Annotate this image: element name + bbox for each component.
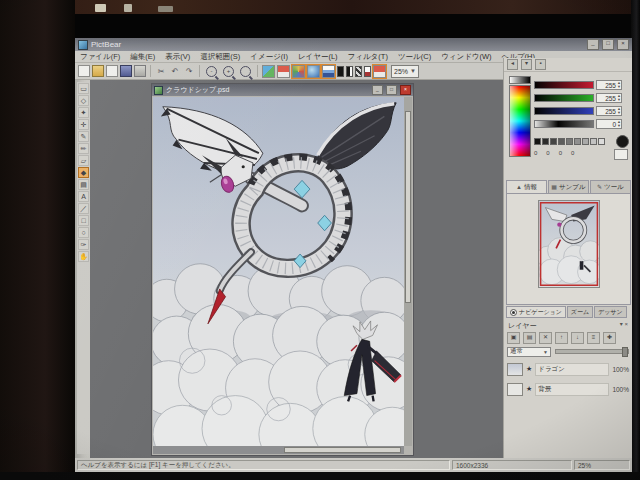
black-slider[interactable]: [534, 120, 594, 128]
magic-wand-tool[interactable]: ✦: [78, 107, 89, 118]
layer-properties-icon[interactable]: ✚: [603, 332, 616, 344]
dock-menu-icon[interactable]: ▾: [521, 59, 532, 70]
zoom-level-select[interactable]: 25% ▼: [391, 65, 419, 78]
spinner-arrows-icon[interactable]: ▲▼: [617, 94, 621, 102]
layer-row-background[interactable]: ★ 背景 100%: [507, 380, 629, 398]
blue-value-spinner[interactable]: 255 ▲▼: [596, 106, 622, 116]
menu-image[interactable]: イメージ(I): [245, 52, 293, 62]
dock-collapse-icon[interactable]: ◂: [507, 59, 518, 70]
doc-restore-button[interactable]: □: [386, 85, 397, 95]
zoom-out-icon[interactable]: -: [206, 66, 217, 77]
scroll-thumb[interactable]: [284, 447, 402, 453]
maximize-button[interactable]: □: [602, 39, 614, 50]
menu-file[interactable]: ファイル(F): [75, 52, 125, 62]
spinner-arrows-icon[interactable]: ▲▼: [617, 81, 621, 89]
pattern-swatch-icon[interactable]: [346, 66, 353, 77]
spinner-arrows-icon[interactable]: ▲▼: [617, 120, 621, 128]
lasso-tool[interactable]: ◇: [78, 95, 89, 106]
color-panel-toggle-icon[interactable]: [277, 65, 290, 78]
pattern-swatch-icon[interactable]: [364, 66, 371, 77]
menu-layer[interactable]: レイヤー(L): [293, 52, 343, 62]
cut-icon[interactable]: ✂: [155, 65, 167, 77]
merge-layer-icon[interactable]: ≡: [587, 332, 600, 344]
menu-edit[interactable]: 編集(E): [125, 52, 160, 62]
black-value-spinner[interactable]: 0 ▲▼: [596, 119, 622, 129]
layer-name[interactable]: ドラゴン: [535, 363, 609, 376]
red-value-spinner[interactable]: 255 ▲▼: [596, 80, 622, 90]
pattern-swatch-icon[interactable]: [337, 66, 344, 77]
swatch[interactable]: [598, 138, 605, 145]
duplicate-layer-icon[interactable]: ▤: [523, 332, 536, 344]
spinner-arrows-icon[interactable]: ▲▼: [617, 107, 621, 115]
tab-info[interactable]: ▲ 情報: [506, 180, 547, 193]
zoom-fit-icon[interactable]: [240, 66, 251, 77]
tab-samples[interactable]: ▦ サンプル: [548, 180, 589, 193]
move-layer-up-icon[interactable]: ↑: [555, 332, 568, 344]
new-layer-icon[interactable]: ▣: [507, 332, 520, 344]
layer-name[interactable]: 背景: [535, 383, 609, 396]
rect-shape-tool[interactable]: □: [78, 215, 89, 226]
move-tool[interactable]: ✛: [78, 119, 89, 130]
swatch[interactable]: [574, 138, 581, 145]
swatch[interactable]: [550, 138, 557, 145]
brush-panel-toggle-icon[interactable]: [373, 65, 386, 78]
pencil-tool[interactable]: ✎: [78, 131, 89, 142]
undo-icon[interactable]: ↶: [169, 65, 181, 77]
menu-select[interactable]: 選択範囲(S): [195, 52, 245, 62]
zoom-in-icon[interactable]: +: [223, 66, 234, 77]
gradient-tool[interactable]: ▤: [78, 179, 89, 190]
doc-close-button[interactable]: ×: [400, 85, 411, 95]
layer-visibility-star-icon[interactable]: ★: [526, 385, 532, 393]
swatch[interactable]: [590, 138, 597, 145]
green-slider[interactable]: [534, 94, 594, 102]
new-file-icon[interactable]: [78, 65, 90, 77]
navigator-thumbnail[interactable]: [538, 200, 600, 288]
color-value-box[interactable]: [614, 149, 628, 160]
delete-layer-icon[interactable]: ✕: [539, 332, 552, 344]
current-color-well[interactable]: [616, 135, 629, 148]
navigator-panel-toggle-icon[interactable]: [307, 65, 320, 78]
redo-icon[interactable]: ↷: [183, 65, 195, 77]
menu-view[interactable]: 表示(V): [160, 52, 195, 62]
hue-saturation-map[interactable]: [509, 85, 531, 157]
scroll-thumb[interactable]: [405, 111, 411, 303]
swatch[interactable]: [558, 138, 565, 145]
red-slider[interactable]: [534, 81, 594, 89]
line-tool[interactable]: ／: [78, 203, 89, 214]
save-icon[interactable]: [120, 65, 132, 77]
layers-panel-close-icon[interactable]: ▾ ×: [620, 320, 628, 327]
fill-tool[interactable]: ◆: [78, 167, 89, 178]
canvas[interactable]: [153, 97, 404, 446]
pattern-swatch-icon[interactable]: [355, 66, 362, 77]
brush-tool[interactable]: ✏: [78, 143, 89, 154]
ellipse-tool[interactable]: ○: [78, 227, 89, 238]
doc-vertical-scrollbar[interactable]: [404, 97, 412, 446]
value-gradient-strip[interactable]: [509, 76, 531, 84]
open-file-icon[interactable]: [92, 65, 104, 77]
blue-slider[interactable]: [534, 107, 594, 115]
hand-tool[interactable]: ✋: [78, 251, 89, 262]
palette-panel-toggle-icon[interactable]: [292, 65, 305, 78]
doc-minimize-button[interactable]: _: [372, 85, 383, 95]
menu-tools[interactable]: ツール(C): [393, 52, 436, 62]
tab-sketch[interactable]: デッサン: [594, 306, 627, 318]
menu-window[interactable]: ウィンドウ(W): [436, 52, 496, 62]
layer-visibility-star-icon[interactable]: ★: [526, 365, 532, 373]
eraser-tool[interactable]: ▱: [78, 155, 89, 166]
layers-panel-toggle-icon[interactable]: [322, 65, 335, 78]
tab-zoom[interactable]: ズーム: [567, 306, 593, 318]
save-as-icon[interactable]: [106, 65, 118, 77]
dock-pin-icon[interactable]: ▪: [535, 59, 546, 70]
swatch[interactable]: [582, 138, 589, 145]
print-icon[interactable]: [134, 65, 146, 77]
swatch[interactable]: [534, 138, 541, 145]
blend-mode-select[interactable]: 通常 ▼: [507, 347, 551, 357]
close-button[interactable]: ×: [617, 39, 629, 50]
minimize-button[interactable]: _: [587, 39, 599, 50]
swatch[interactable]: [566, 138, 573, 145]
swatch[interactable]: [542, 138, 549, 145]
select-rect-tool[interactable]: ▭: [78, 83, 89, 94]
image-panel-toggle-icon[interactable]: [262, 65, 275, 78]
layer-row-dragon[interactable]: ★ ドラゴン 100%: [507, 360, 629, 378]
document-titlebar[interactable]: クラウドシップ.psd _ □ ×: [152, 84, 413, 96]
